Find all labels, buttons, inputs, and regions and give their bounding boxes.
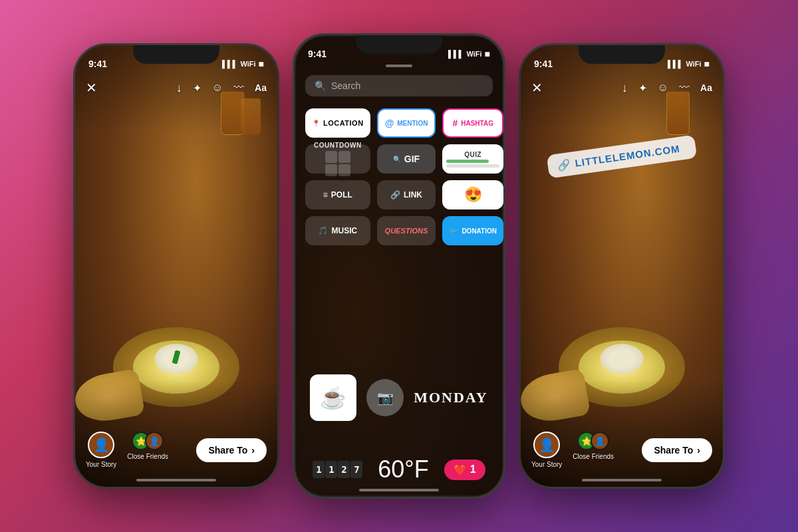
quiz-bar-2 xyxy=(446,164,499,168)
location-label: LOCATION xyxy=(323,119,364,127)
chevron-right-icon-r: › xyxy=(697,445,700,456)
countdown-block-1 xyxy=(325,151,337,163)
sticker-hashtag[interactable]: # HASHTAG xyxy=(442,108,503,138)
temperature-display[interactable]: 60°F xyxy=(378,456,428,483)
sticker-questions[interactable]: QUESTIONS xyxy=(377,216,436,245)
save-icon-r[interactable]: ↓ xyxy=(622,81,628,95)
digit-3[interactable]: 2 xyxy=(338,461,350,478)
your-story-stack[interactable]: 👤 Your Story xyxy=(86,432,116,468)
questions-label: QUESTIONS xyxy=(385,227,428,235)
story-bottom-bar-left: 👤 Your Story ⭐ 👤 Close Friends Share To … xyxy=(75,432,277,468)
top-icons-right-r: ↓ ✦ ☺ 〰 Aa xyxy=(622,81,712,95)
search-gif-icon: 🔍 xyxy=(393,156,401,163)
sticker-link[interactable]: 🔗 LINK xyxy=(377,180,436,209)
monday-mug-sticker[interactable]: ☕ xyxy=(310,374,356,421)
donation-label: DONATION xyxy=(462,227,497,235)
sticker-emoji-react[interactable]: 😍 xyxy=(442,180,503,209)
mention-label: MENTION xyxy=(397,120,428,127)
sticker-poll[interactable]: ≡ POLL xyxy=(305,180,370,209)
monday-text-sticker[interactable]: MONDAY xyxy=(414,389,487,406)
link-label: LINK xyxy=(404,190,422,200)
battery-icon: ■ xyxy=(259,59,264,69)
home-indicator-middle xyxy=(359,489,439,491)
sticker-picker-icon[interactable]: ☺ xyxy=(212,82,223,94)
quiz-bar-1 xyxy=(446,160,489,163)
sticker-mention[interactable]: @ MENTION xyxy=(377,108,436,138)
at-icon: @ xyxy=(385,118,394,128)
your-story-label-r: Your Story xyxy=(531,461,562,468)
wavy-icon[interactable]: 〰 xyxy=(233,82,244,94)
battery-icon-r: ■ xyxy=(704,59,710,69)
heart-count: 1 xyxy=(470,464,476,475)
phone-notch xyxy=(133,45,219,64)
search-placeholder: Search xyxy=(331,80,360,91)
countdown-block-3 xyxy=(325,164,337,176)
close-icon[interactable]: ✕ xyxy=(86,80,97,96)
search-icon: 🔍 xyxy=(315,80,326,91)
sticker-location[interactable]: 📍 LOCATION xyxy=(305,108,370,138)
sticker-countdown[interactable]: COUNTDOWN xyxy=(305,144,370,174)
wifi-icon-m: WiFi xyxy=(466,50,481,58)
close-friends-label-r: Close Friends xyxy=(573,453,614,460)
share-to-label-r: Share To xyxy=(654,445,693,456)
sticker-grid: 📍 LOCATION @ MENTION # HASHTAG COUNTDOWN xyxy=(305,108,493,245)
story-top-bar-right: ✕ ↓ ✦ ☺ 〰 Aa xyxy=(521,74,723,101)
sparkle-icon-r[interactable]: ✦ xyxy=(638,82,647,94)
close-friends-stack-r[interactable]: ⭐ 👤 Close Friends xyxy=(573,432,614,460)
quiz-bars xyxy=(446,160,499,168)
sticker-picker-icon-r[interactable]: ☺ xyxy=(658,82,668,94)
hummus-r xyxy=(600,344,644,374)
text-icon-r[interactable]: Aa xyxy=(700,82,712,93)
poll-icon: ≡ xyxy=(323,190,328,200)
digit-4[interactable]: 7 xyxy=(350,461,362,478)
heart-icon: ❤️ xyxy=(454,464,467,476)
friends-group-right: 👤 Your Story ⭐ 👤 Close Friends xyxy=(531,432,614,468)
user-avatar: 👤 xyxy=(88,432,114,458)
ticker-temp-group: 1 1 2 7 xyxy=(313,461,362,478)
signal-icon-m: ▌▌▌ xyxy=(448,50,464,58)
ticker-digits: 1 1 2 7 xyxy=(313,461,362,478)
close-friends-stack[interactable]: ⭐ 👤 Close Friends xyxy=(127,432,168,460)
share-to-button-left[interactable]: Share To › xyxy=(196,438,267,462)
your-story-stack-r[interactable]: 👤 Your Story xyxy=(531,432,562,468)
sticker-quiz[interactable]: QUIZ xyxy=(442,144,503,174)
middle-phone-screen: 9:41 ▌▌▌ WiFi ■ 🔍 Search 📍 LOCATION @ ME… xyxy=(295,35,503,497)
camera-button[interactable]: 📷 xyxy=(366,379,404,416)
story-bottom-bar-right: 👤 Your Story ⭐ 👤 Close Friends Share To … xyxy=(521,432,723,468)
search-bar[interactable]: 🔍 Search xyxy=(305,75,493,96)
digit-2[interactable]: 1 xyxy=(325,461,337,478)
sticker-gif[interactable]: 🔍 GIF xyxy=(377,144,436,174)
monday-label: MONDAY xyxy=(414,389,487,406)
link-sticker-icon: 🔗 xyxy=(557,158,572,172)
hashtag-label: HASHTAG xyxy=(461,120,493,127)
wifi-icon: WiFi xyxy=(240,60,255,68)
share-to-button-right[interactable]: Share To › xyxy=(642,438,712,462)
hash-icon: # xyxy=(452,118,458,128)
heart-reaction-badge[interactable]: ❤️ 1 xyxy=(444,460,485,480)
food-background-right xyxy=(521,45,723,487)
right-phone: 🔗 LITTLELEMON.COM 9:41 ▌▌▌ WiFi ■ ✕ ↓ ✦ … xyxy=(519,43,725,489)
countdown-block-2 xyxy=(338,151,350,163)
save-icon[interactable]: ↓ xyxy=(176,81,182,95)
digit-1[interactable]: 1 xyxy=(313,461,325,478)
sticker-donation[interactable]: 🐦 DONATION xyxy=(442,216,503,245)
your-story-label: Your Story xyxy=(86,461,116,468)
phone-notch-right xyxy=(579,45,665,64)
sticker-bottom-bar: 1 1 2 7 60°F ❤️ 1 xyxy=(295,456,503,483)
wavy-icon-r[interactable]: 〰 xyxy=(679,82,690,94)
close-friends-label: Close Friends xyxy=(127,453,168,460)
top-icons-right: ↓ ✦ ☺ 〰 Aa xyxy=(176,81,267,95)
text-icon[interactable]: Aa xyxy=(255,82,267,93)
sparkle-icon[interactable]: ✦ xyxy=(193,82,201,94)
left-phone-screen: 9:41 ▌▌▌ WiFi ■ ✕ ↓ ✦ ☺ 〰 Aa 👤 Yo xyxy=(75,45,277,487)
sticker-music[interactable]: 🎵 MUSIC xyxy=(305,216,370,245)
music-icon: 🎵 xyxy=(318,226,328,235)
sticker-overlay xyxy=(295,35,503,497)
friends-group-left: 👤 Your Story ⭐ 👤 Close Friends xyxy=(86,432,168,468)
signal-icon-r: ▌▌▌ xyxy=(668,60,683,68)
status-time-middle: 9:41 xyxy=(308,49,327,59)
countdown-block-4 xyxy=(338,164,350,176)
battery-icon-m: ■ xyxy=(485,49,490,59)
close-icon-right[interactable]: ✕ xyxy=(531,80,543,96)
left-phone: 9:41 ▌▌▌ WiFi ■ ✕ ↓ ✦ ☺ 〰 Aa 👤 Yo xyxy=(73,43,279,489)
